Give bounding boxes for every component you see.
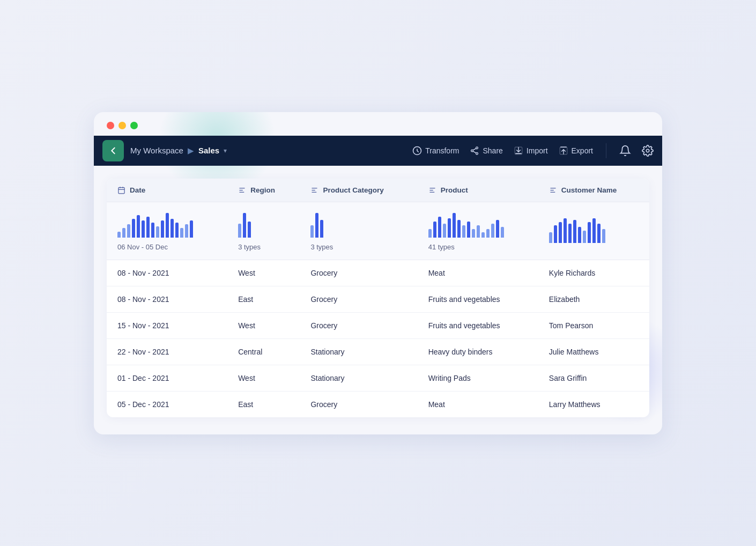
cell-date: 01 - Dec - 2021 (107, 365, 227, 391)
col-product-label: Product (441, 186, 468, 194)
summary-label: 41 types (428, 243, 455, 251)
table-header-row: Date Region (107, 179, 649, 202)
bar (137, 215, 140, 238)
bar (568, 224, 572, 243)
import-button[interactable]: Import (514, 146, 548, 156)
transform-label: Transform (425, 146, 459, 155)
bar (428, 229, 432, 238)
bar (185, 224, 188, 238)
table-row[interactable]: 01 - Dec - 2021WestStationaryWriting Pad… (107, 365, 649, 391)
app-window: My Workspace ▶ Sales ▾ Transform (94, 112, 662, 434)
bar (486, 229, 490, 238)
cell-customer: Julie Matthews (538, 338, 649, 365)
bar (472, 229, 475, 238)
summary-cell-region: 3 types (227, 202, 300, 260)
export-button[interactable]: Export (559, 146, 593, 156)
calendar-icon (117, 186, 125, 194)
summary-label: 3 types (238, 243, 261, 251)
table-row[interactable]: 08 - Nov - 2021WestGroceryMeatKyle Richa… (107, 260, 649, 286)
summary-row: 06 Nov - 05 Dec3 types3 types41 types (107, 202, 649, 260)
breadcrumb-arrow: ▶ (188, 146, 194, 156)
share-label: Share (483, 146, 502, 155)
cell-category: Stationary (300, 365, 417, 391)
current-page-label[interactable]: Sales (198, 146, 219, 155)
table-row[interactable]: 08 - Nov - 2021EastGroceryFruits and veg… (107, 286, 649, 312)
dropdown-chevron[interactable]: ▾ (224, 147, 227, 154)
import-label: Import (527, 146, 548, 155)
col-product: Product (418, 179, 538, 202)
breadcrumb: My Workspace ▶ Sales ▾ (130, 146, 227, 156)
traffic-lights (107, 122, 138, 129)
cell-region: West (227, 260, 300, 286)
bar (564, 218, 567, 243)
bar (238, 224, 241, 238)
text-icon-product (428, 186, 436, 194)
minimize-button[interactable] (118, 122, 126, 129)
bar (433, 222, 436, 238)
svg-line-4 (473, 148, 476, 150)
notifications-button[interactable] (619, 145, 631, 157)
bar (175, 223, 179, 238)
workspace-label[interactable]: My Workspace (130, 146, 183, 155)
bar (166, 213, 169, 238)
cell-product: Meat (418, 391, 538, 417)
col-date-label: Date (130, 186, 145, 194)
bar (578, 227, 581, 243)
col-category-label: Product Category (323, 186, 383, 194)
close-button[interactable] (107, 122, 114, 129)
cell-date: 08 - Nov - 2021 (107, 286, 227, 312)
bar (583, 231, 586, 243)
bar (457, 220, 461, 238)
maximize-button[interactable] (130, 122, 138, 129)
col-customer-label: Customer Name (561, 186, 617, 194)
bar (549, 232, 552, 243)
col-category: Product Category (300, 179, 417, 202)
titlebar (94, 112, 662, 136)
col-date: Date (107, 179, 227, 202)
cell-category: Grocery (300, 312, 417, 338)
bar (315, 213, 318, 238)
bar (597, 224, 601, 243)
svg-point-1 (476, 146, 478, 149)
data-table: Date Region (107, 179, 649, 417)
bar (320, 220, 323, 238)
bar (602, 229, 605, 243)
export-label: Export (572, 146, 593, 155)
summary-cell-customer (538, 202, 649, 260)
cell-product: Fruits and vegetables (418, 312, 538, 338)
table-row[interactable]: 15 - Nov - 2021WestGroceryFruits and veg… (107, 312, 649, 338)
col-customer: Customer Name (538, 179, 649, 202)
bar (453, 213, 456, 238)
bar (122, 228, 125, 238)
bar (554, 225, 557, 243)
table-row[interactable]: 05 - Dec - 2021EastGroceryMeatLarry Matt… (107, 391, 649, 417)
summary-cell-product: 41 types (418, 202, 538, 260)
bar (559, 222, 562, 243)
back-button[interactable] (102, 140, 124, 161)
bar (462, 225, 465, 238)
bar (146, 217, 150, 238)
svg-rect-9 (118, 187, 124, 193)
cell-region: West (227, 312, 300, 338)
settings-button[interactable] (642, 145, 654, 157)
bar (127, 224, 130, 238)
share-button[interactable]: Share (470, 146, 502, 156)
text-icon-category (310, 186, 318, 194)
transform-button[interactable]: Transform (412, 146, 459, 156)
cell-customer: Elizabeth (538, 286, 649, 312)
cell-customer: Kyle Richards (538, 260, 649, 286)
cell-category: Stationary (300, 338, 417, 365)
cell-region: East (227, 286, 300, 312)
bar (190, 220, 193, 238)
table-row[interactable]: 22 - Nov - 2021CentralStationaryHeavy du… (107, 338, 649, 365)
cell-category: Grocery (300, 260, 417, 286)
cell-product: Fruits and vegetables (418, 286, 538, 312)
svg-point-8 (646, 149, 649, 152)
cell-region: West (227, 365, 300, 391)
bar (477, 225, 480, 238)
cell-product: Heavy duty binders (418, 338, 538, 365)
bar (496, 220, 499, 238)
col-region: Region (227, 179, 300, 202)
nav-actions: Transform Share Im (412, 143, 654, 158)
navbar: My Workspace ▶ Sales ▾ Transform (94, 136, 662, 166)
